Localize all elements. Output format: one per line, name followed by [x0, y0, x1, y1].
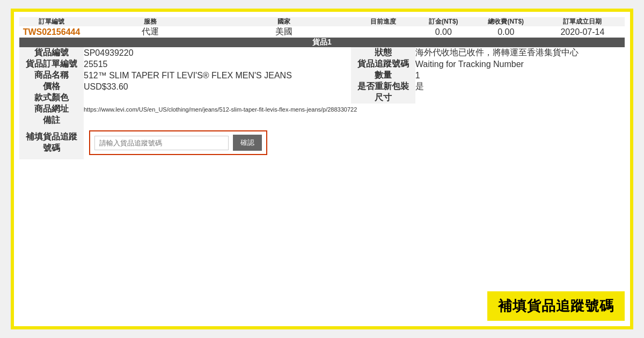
deposit-cell: 0.00 — [415, 26, 472, 38]
service-cell: 代運 — [84, 26, 217, 38]
order-num-value: 25515 — [84, 58, 351, 70]
product-name-value: 512™ SLIM TAPER FIT LEVI'S® FLEX MEN'S J… — [84, 70, 351, 81]
order-num-row: 貨品訂單編號 25515 貨品追蹤號碼 Waiting for Tracking… — [19, 58, 625, 70]
order-id-cell: TWS02156444 — [19, 26, 84, 38]
fill-tracking-cell: 確認 — [84, 126, 625, 159]
quantity-value: 1 — [415, 70, 625, 81]
fill-tracking-label: 補填貨品追蹤號碼 — [19, 126, 84, 159]
note-value — [84, 115, 625, 126]
country-cell: 美國 — [217, 26, 351, 38]
size-value — [415, 92, 625, 104]
product-id-label: 貨品編號 — [19, 47, 84, 58]
color-label: 款式顏色 — [19, 92, 84, 104]
col-total-fee: 總收費(NT$) — [472, 17, 540, 26]
main-container: 訂單編號 服務 國家 目前進度 訂金(NT$) 總收費(NT$) 訂單成立日期 … — [11, 9, 633, 329]
color-row: 款式顏色 尺寸 — [19, 92, 625, 104]
note-label: 備註 — [19, 115, 84, 126]
bottom-banner: 補填貨品追蹤號碼 — [487, 291, 625, 321]
quantity-label: 數量 — [351, 70, 415, 81]
url-label: 商品網址 — [19, 104, 84, 115]
order-data-row: TWS02156444 代運 美國 0.00 0.00 2020-07-14 — [19, 26, 625, 38]
size-label: 尺寸 — [351, 92, 415, 104]
price-value: USD$33.60 — [84, 81, 351, 92]
col-order-id: 訂單編號 — [19, 17, 84, 26]
note-row: 備註 — [19, 115, 625, 126]
table-header-row: 訂單編號 服務 國家 目前進度 訂金(NT$) 總收費(NT$) 訂單成立日期 — [19, 17, 625, 26]
fill-tracking-row: 補填貨品追蹤號碼 確認 — [19, 126, 625, 159]
order-table: 訂單編號 服務 國家 目前進度 訂金(NT$) 總收費(NT$) 訂單成立日期 … — [19, 17, 625, 159]
col-country: 國家 — [217, 17, 351, 26]
product-id-row: 貨品編號 SP04939220 狀態 海外代收地已收件，將轉運至香港集貨中心 — [19, 47, 625, 58]
color-value — [84, 92, 351, 104]
section-header-row: 貨品1 — [19, 38, 625, 47]
order-num-label: 貨品訂單編號 — [19, 58, 84, 70]
product-name-row: 商品名稱 512™ SLIM TAPER FIT LEVI'S® FLEX ME… — [19, 70, 625, 81]
total-fee-cell: 0.00 — [472, 26, 540, 38]
col-progress: 目前進度 — [351, 17, 415, 26]
col-deposit: 訂金(NT$) — [415, 17, 472, 26]
progress-cell — [351, 26, 415, 38]
repack-value: 是 — [415, 81, 625, 92]
confirm-button[interactable]: 確認 — [233, 135, 262, 151]
col-date: 訂單成立日期 — [540, 17, 625, 26]
tracking-value: Waiting for Tracking Number — [415, 58, 625, 70]
date-cell: 2020-07-14 — [540, 26, 625, 38]
section-title: 貨品1 — [19, 38, 625, 47]
url-row: 商品網址 https://www.levi.com/US/en_US/cloth… — [19, 104, 625, 115]
price-row: 價格 USD$33.60 是否重新包裝 是 — [19, 81, 625, 92]
repack-label: 是否重新包裝 — [351, 81, 415, 92]
status-label: 狀態 — [351, 47, 415, 58]
tracking-label: 貨品追蹤號碼 — [351, 58, 415, 70]
product-id-value: SP04939220 — [84, 47, 351, 58]
product-name-label: 商品名稱 — [19, 70, 84, 81]
price-label: 價格 — [19, 81, 84, 92]
status-value: 海外代收地已收件，將轉運至香港集貨中心 — [415, 47, 625, 58]
tracking-input-wrapper: 確認 — [89, 130, 267, 155]
tracking-number-input[interactable] — [94, 136, 229, 150]
col-service: 服務 — [84, 17, 217, 26]
url-value: https://www.levi.com/US/en_US/clothing/m… — [84, 104, 625, 115]
